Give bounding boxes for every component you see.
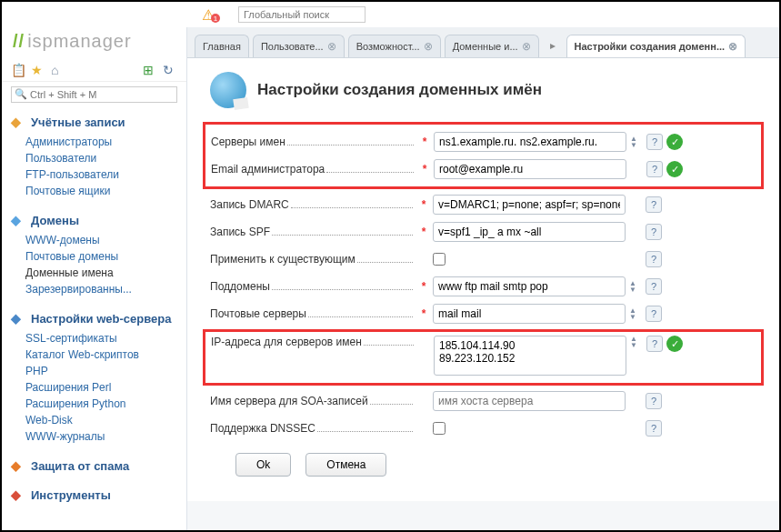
- ns-stepper[interactable]: ▲▼: [630, 136, 643, 148]
- main-content: ГлавнаяПользовате...⊗Возможност...⊗Домен…: [187, 27, 779, 532]
- ns-input[interactable]: [434, 132, 626, 152]
- menu-group-header[interactable]: ◆Защита от спама: [2, 454, 186, 477]
- close-icon[interactable]: ⊗: [424, 40, 433, 53]
- tab[interactable]: Пользовате...⊗: [253, 35, 345, 57]
- spf-input[interactable]: [433, 222, 626, 242]
- menu-item[interactable]: Зарезервированны...: [25, 281, 186, 297]
- menu-group-header[interactable]: ◆Инструменты: [2, 483, 186, 507]
- email-input[interactable]: [434, 159, 626, 179]
- ns-label: Серверы имен: [211, 136, 285, 148]
- menu-item[interactable]: FTP-пользователи: [25, 166, 186, 183]
- add-icon[interactable]: ⊞: [143, 63, 157, 77]
- menu-group-header[interactable]: ◆Домены: [2, 208, 186, 232]
- help-icon[interactable]: ?: [646, 251, 662, 267]
- ok-button[interactable]: Ok: [235, 453, 291, 477]
- global-search-input[interactable]: [238, 6, 365, 23]
- menu-group-header[interactable]: ◆Настройки web-сервера: [2, 306, 186, 330]
- help-icon[interactable]: ?: [646, 306, 662, 322]
- mx-input[interactable]: [433, 304, 626, 324]
- dnssec-label: Поддержка DNSSEC: [210, 422, 315, 435]
- soa-input[interactable]: [433, 391, 626, 411]
- tab[interactable]: Доменные и...⊗: [445, 35, 539, 57]
- quick-search-input[interactable]: [11, 86, 177, 103]
- mx-label: Почтовые серверы: [210, 307, 306, 320]
- email-label: Email администратора: [211, 163, 325, 176]
- menu-item[interactable]: Доменные имена: [25, 265, 186, 281]
- required-marker: *: [418, 198, 429, 211]
- tab[interactable]: Настройки создания доменн...⊗: [566, 35, 746, 57]
- required-marker: *: [418, 280, 429, 293]
- menu-item[interactable]: SSL-сертификаты: [25, 330, 186, 346]
- list-icon[interactable]: 📋: [11, 63, 25, 77]
- dnssec-checkbox[interactable]: [433, 422, 446, 435]
- menu-item[interactable]: Расширения Python: [25, 396, 186, 412]
- warning-badge: 1: [211, 14, 220, 23]
- ip-input[interactable]: [434, 336, 626, 376]
- menu-item[interactable]: WWW-журналы: [25, 428, 186, 445]
- help-icon[interactable]: ?: [646, 134, 663, 150]
- soa-label: Имя сервера для SOA-записей: [210, 395, 368, 407]
- menu-item[interactable]: Web-Disk: [25, 412, 186, 428]
- required-marker: *: [418, 307, 429, 320]
- help-icon[interactable]: ?: [646, 336, 663, 352]
- home-icon[interactable]: ⌂: [51, 63, 65, 77]
- menu-item[interactable]: Администраторы: [25, 134, 186, 150]
- help-icon[interactable]: ?: [646, 278, 662, 295]
- globe-icon: [210, 72, 246, 108]
- menu-item[interactable]: PHP: [25, 363, 186, 379]
- tab-overflow-arrow[interactable]: ▸: [543, 35, 563, 57]
- ip-stepper[interactable]: ▲▼: [630, 336, 643, 348]
- refresh-icon[interactable]: ↻: [163, 63, 177, 77]
- check-icon: ✓: [666, 161, 683, 177]
- sidebar: //ispmanager 📋 ★ ⌂ ⊞ ↻ 🔍 ◆Учётные записи…: [2, 27, 187, 532]
- dmarc-label: Запись DMARC: [210, 198, 289, 211]
- required-marker: *: [419, 136, 430, 148]
- menu-item[interactable]: Расширения Perl: [25, 379, 186, 396]
- close-icon[interactable]: ⊗: [728, 40, 737, 53]
- required-marker: *: [419, 163, 430, 176]
- app-logo: //ispmanager: [2, 27, 186, 59]
- page-title: Настройки создания доменных имён: [257, 81, 542, 99]
- menu-item[interactable]: WWW-домены: [25, 232, 186, 248]
- help-icon[interactable]: ?: [646, 196, 662, 213]
- dmarc-input[interactable]: [433, 195, 626, 215]
- apply-checkbox[interactable]: [433, 253, 446, 266]
- close-icon[interactable]: ⊗: [522, 40, 531, 53]
- menu-item[interactable]: Почтовые ящики: [25, 183, 186, 199]
- menu-item[interactable]: Почтовые домены: [25, 248, 186, 265]
- check-icon: ✓: [666, 336, 683, 352]
- apply-label: Применить к существующим: [210, 253, 355, 266]
- sub-stepper[interactable]: ▲▼: [629, 280, 642, 293]
- search-icon: 🔍: [15, 88, 27, 100]
- menu-group-header[interactable]: ◆Учётные записи: [2, 110, 186, 134]
- sidebar-toolbar: 📋 ★ ⌂ ⊞ ↻: [2, 59, 186, 82]
- menu-item[interactable]: Каталог Web-скриптов: [25, 346, 186, 363]
- check-icon: ✓: [666, 134, 683, 150]
- tab[interactable]: Главная: [195, 35, 249, 57]
- close-icon[interactable]: ⊗: [327, 40, 336, 53]
- sub-label: Поддомены: [210, 280, 270, 293]
- help-icon[interactable]: ?: [646, 393, 662, 409]
- ip-label: IP-адреса для серверов имен: [211, 336, 362, 348]
- required-marker: *: [418, 226, 429, 238]
- menu-item[interactable]: Пользователи: [25, 150, 186, 166]
- help-icon[interactable]: ?: [646, 161, 663, 177]
- spf-label: Запись SPF: [210, 226, 270, 238]
- star-icon[interactable]: ★: [31, 63, 45, 77]
- cancel-button[interactable]: Отмена: [305, 453, 386, 477]
- sub-input[interactable]: [433, 276, 626, 296]
- help-icon[interactable]: ?: [646, 420, 662, 437]
- tab-bar: ГлавнаяПользовате...⊗Возможност...⊗Домен…: [187, 27, 779, 58]
- help-icon[interactable]: ?: [646, 224, 662, 240]
- tab[interactable]: Возможност...⊗: [348, 35, 441, 57]
- mx-stepper[interactable]: ▲▼: [629, 307, 642, 320]
